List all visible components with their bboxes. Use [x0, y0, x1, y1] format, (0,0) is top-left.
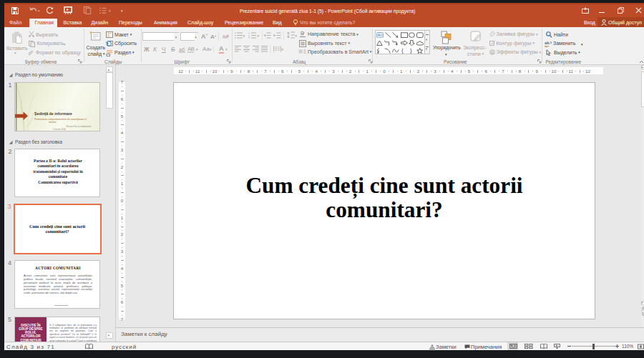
svg-text:3: 3	[248, 37, 250, 39]
svg-text:ac: ac	[545, 44, 550, 47]
svg-text:A: A	[377, 33, 380, 37]
